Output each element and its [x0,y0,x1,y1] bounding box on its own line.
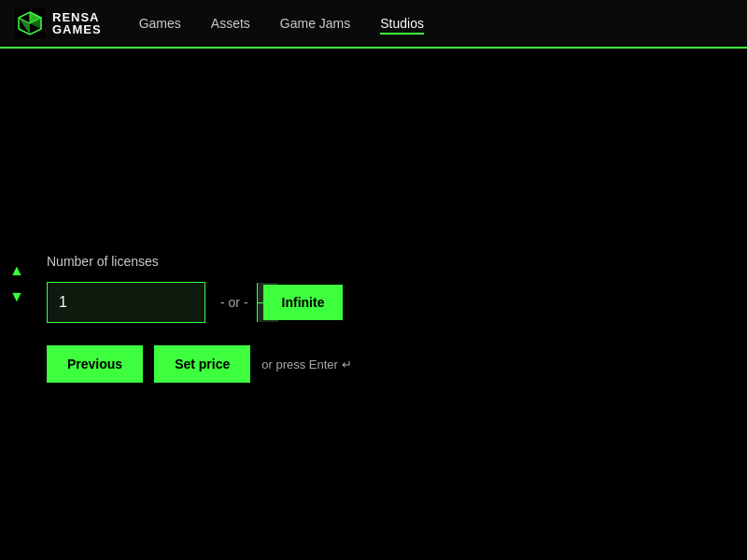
scroll-down-button[interactable]: ▼ [7,287,26,306]
logo-icon [15,8,45,38]
logo-text: RENSA GAMES [52,11,102,35]
side-arrows: ▲ ▼ [7,261,26,306]
previous-button[interactable]: Previous [47,345,143,383]
or-text: - or - [220,295,248,310]
license-row: ▲ ▼ - or - Infinite [47,282,700,323]
nav-games[interactable]: Games [139,12,181,35]
action-row: Previous Set price or press Enter ↵ [47,345,700,383]
logo: RENSA GAMES [15,8,102,38]
nav-links: Games Assets Game Jams Studios [139,12,424,35]
infinite-button[interactable]: Infinite [263,285,344,320]
set-price-button[interactable]: Set price [154,345,250,383]
nav-studios[interactable]: Studios [380,12,424,35]
nav-assets[interactable]: Assets [211,12,250,35]
enter-icon: ↵ [342,357,352,371]
scroll-up-button[interactable]: ▲ [7,261,26,280]
number-input-wrapper: ▲ ▼ [47,282,205,323]
main-content: Number of licenses ▲ ▼ - or - Infinite P… [0,49,747,383]
licenses-label: Number of licenses [47,254,700,269]
nav-gamejams[interactable]: Game Jams [280,12,350,35]
hint-text: or press Enter ↵ [261,357,351,371]
navbar: RENSA GAMES Games Assets Game Jams Studi… [0,0,747,49]
